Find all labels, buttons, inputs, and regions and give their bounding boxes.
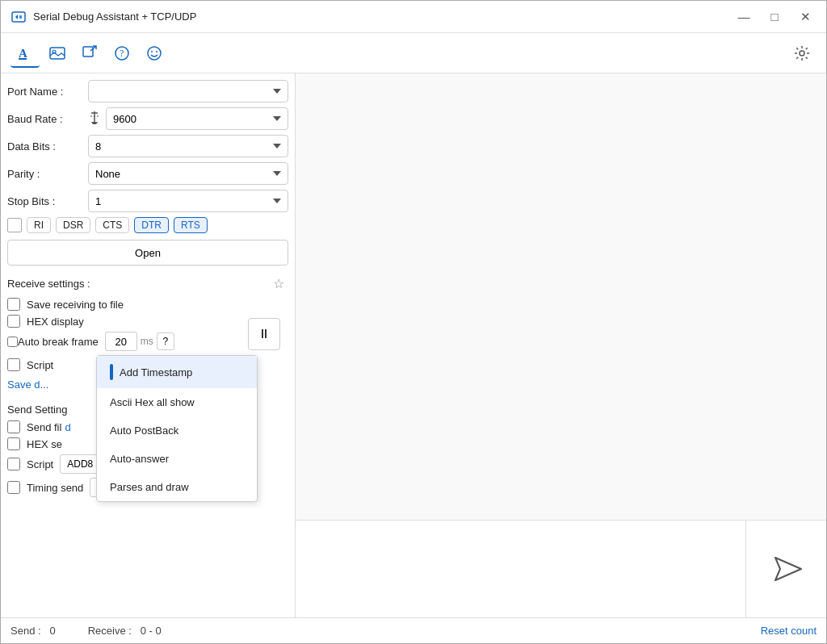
hex-send-label: HEX se	[27, 438, 62, 450]
app-icon	[10, 9, 27, 25]
svg-point-12	[156, 51, 157, 52]
save-file-label: Save receiving to file	[27, 299, 124, 311]
ms-input[interactable]	[105, 332, 137, 351]
hex-display-checkbox[interactable]	[7, 315, 20, 328]
dropdown-item-label: Add Timestamp	[120, 366, 192, 378]
svg-text:?: ?	[120, 48, 124, 59]
rts-button[interactable]: RTS	[174, 217, 208, 233]
question-button[interactable]: ?	[157, 332, 174, 350]
data-bits-select[interactable]: 8	[88, 135, 288, 157]
receive-status: Receive : 0 - 0	[88, 625, 162, 637]
stop-bits-row: Stop Bits : 1	[7, 190, 288, 212]
dropdown-item-ascii-hex[interactable]: Ascii Hex all show	[97, 388, 257, 416]
settings-button[interactable]	[787, 39, 817, 68]
minimize-button[interactable]: —	[733, 6, 755, 28]
maximize-button[interactable]: □	[763, 6, 786, 28]
main-area: Port Name : Baud Rate : 9600	[1, 73, 826, 617]
save-file-checkbox[interactable]	[7, 298, 20, 311]
dropdown-item-parses-draw[interactable]: Parses and draw	[97, 473, 257, 501]
dropdown-item-label: Auto PostBack	[110, 424, 178, 437]
dropdown-item-add-timestamp[interactable]: Add Timestamp	[97, 356, 257, 388]
send-button-area	[745, 521, 826, 617]
receive-area	[296, 73, 826, 521]
cts-button[interactable]: CTS	[95, 217, 129, 233]
svg-point-13	[800, 51, 804, 56]
toolbar: A ?	[1, 33, 826, 73]
ms-label: ms	[141, 336, 153, 347]
script-send-checkbox[interactable]	[7, 458, 20, 470]
open-button[interactable]: Open	[7, 240, 288, 266]
dropdown-item-auto-postback[interactable]: Auto PostBack	[97, 416, 257, 445]
data-bits-label: Data Bits :	[7, 140, 88, 153]
hex-display-row: HEX display	[7, 315, 288, 328]
dsr-button[interactable]: DSR	[56, 217, 90, 233]
pause-button[interactable]: ⏸	[248, 318, 280, 350]
receive-section: Receive settings : ☆ Save receiving to f…	[7, 274, 288, 397]
svg-point-10	[148, 47, 161, 60]
emoji-button[interactable]	[140, 39, 169, 68]
close-button[interactable]: ✕	[794, 6, 817, 28]
parity-label: Parity :	[7, 168, 88, 180]
send-text-input[interactable]	[296, 521, 745, 617]
port-name-select[interactable]	[88, 80, 288, 102]
titlebar: Serial Debug Assistant + TCP/UDP — □ ✕	[1, 1, 826, 33]
flags-row: RI DSR CTS DTR RTS	[7, 217, 288, 233]
auto-break-checkbox[interactable]	[7, 337, 18, 347]
send-status: Send : 0	[10, 625, 56, 637]
hex-display-label: HEX display	[27, 316, 84, 328]
receive-controls: Save receiving to file HEX display	[7, 298, 288, 397]
active-indicator	[110, 364, 113, 380]
receive-settings-label: Receive settings :	[7, 278, 269, 290]
image-button[interactable]	[43, 39, 72, 68]
receive-value: 0 - 0	[141, 625, 162, 637]
baud-rate-select[interactable]: 9600 115200	[106, 107, 288, 130]
window-title: Serial Debug Assistant + TCP/UDP	[33, 10, 733, 23]
script-send-label: Script	[27, 458, 53, 470]
svg-marker-17	[775, 558, 801, 580]
parity-select[interactable]: None	[88, 162, 288, 185]
baud-rate-label: Baud Rate :	[7, 113, 88, 125]
dropdown-item-label: Parses and draw	[110, 481, 189, 493]
send-file-link[interactable]: d	[65, 421, 70, 433]
right-panel	[296, 73, 826, 617]
star-button[interactable]: ☆	[269, 274, 288, 293]
flag-checkbox[interactable]	[7, 218, 22, 232]
auto-break-label: Auto break frame	[18, 336, 99, 348]
port-name-row: Port Name :	[7, 80, 288, 102]
parity-row: Parity : None	[7, 162, 288, 185]
help-button[interactable]: ?	[107, 39, 136, 68]
dtr-button[interactable]: DTR	[134, 217, 169, 233]
main-window: Serial Debug Assistant + TCP/UDP — □ ✕ A	[0, 0, 827, 644]
svg-text:A: A	[19, 47, 27, 60]
dropdown-menu: Add Timestamp Ascii Hex all show Auto Po…	[96, 355, 258, 502]
save-file-row: Save receiving to file	[7, 298, 288, 311]
reset-count-button[interactable]: Reset count	[761, 625, 817, 637]
data-bits-row: Data Bits : 8	[7, 135, 288, 157]
send-area-row	[296, 521, 826, 617]
share-button[interactable]	[75, 39, 104, 68]
dropdown-item-label: Auto-answer	[110, 453, 169, 465]
receive-label: Receive :	[88, 625, 132, 637]
ri-button[interactable]: RI	[27, 217, 51, 233]
send-label: Send :	[10, 625, 41, 637]
svg-rect-5	[50, 48, 65, 59]
timing-send-label: Timing send	[27, 482, 83, 494]
script-row: Script Add Timestamp Ascii Hex	[7, 355, 288, 374]
dropdown-item-label: Ascii Hex all show	[110, 396, 195, 408]
svg-point-11	[151, 51, 153, 52]
timing-send-checkbox[interactable]	[7, 481, 20, 494]
send-button[interactable]	[766, 549, 807, 589]
stop-bits-select[interactable]: 1	[88, 190, 288, 212]
left-panel: Port Name : Baud Rate : 9600	[1, 73, 296, 617]
svg-rect-7	[83, 47, 93, 56]
receive-settings-header: Receive settings : ☆	[7, 274, 288, 293]
send-value: 0	[49, 625, 55, 637]
script-checkbox[interactable]	[7, 358, 20, 371]
script-label: Script	[27, 359, 53, 371]
dropdown-item-auto-answer[interactable]: Auto-answer	[97, 445, 257, 473]
hex-send-checkbox[interactable]	[7, 437, 20, 450]
send-file-checkbox[interactable]	[7, 420, 20, 433]
font-button[interactable]: A	[10, 39, 40, 68]
script-area: Script Add Timestamp Ascii Hex	[7, 355, 288, 374]
save-d-link[interactable]: Save d...	[7, 378, 48, 391]
